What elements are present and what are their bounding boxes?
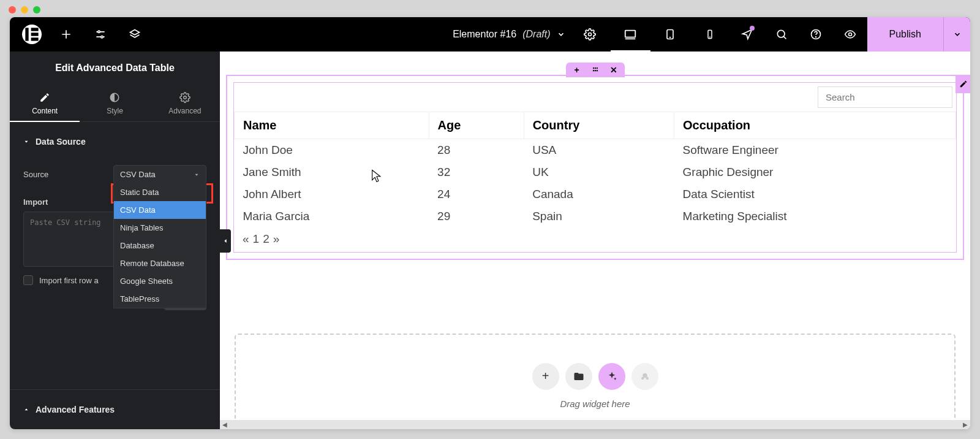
svg-rect-12 bbox=[625, 31, 636, 37]
data-source-title: Data Source bbox=[36, 137, 86, 147]
source-select-value: CSV Data bbox=[120, 170, 156, 179]
caret-down-icon bbox=[23, 139, 29, 145]
settings-sliders-button[interactable] bbox=[83, 17, 118, 52]
svg-line-19 bbox=[783, 36, 786, 39]
data-source-section: Data Source Source CSV Data Static DataC… bbox=[10, 122, 220, 320]
source-option[interactable]: Database bbox=[114, 237, 206, 254]
source-select[interactable]: CSV Data Static DataCSV DataNinja Tables… bbox=[113, 165, 206, 184]
window-minimize-dot[interactable] bbox=[21, 6, 28, 13]
tab-advanced-label: Advanced bbox=[168, 107, 201, 115]
table-cell: Jane Smith bbox=[235, 161, 429, 183]
table-body: John Doe28USASoftware EngineerJane Smith… bbox=[235, 139, 956, 228]
search-button[interactable] bbox=[764, 17, 799, 52]
collapse-sidebar-handle[interactable] bbox=[220, 229, 231, 253]
tab-advanced[interactable]: Advanced bbox=[150, 85, 220, 121]
table-header-cell: Occupation bbox=[674, 112, 956, 139]
tab-style-label: Style bbox=[107, 107, 123, 115]
table-cell: Data Scientist bbox=[674, 183, 956, 205]
table-row: John Albert24CanadaData Scientist bbox=[235, 183, 956, 205]
notifications-button[interactable] bbox=[730, 17, 764, 52]
tab-style[interactable]: Style bbox=[80, 85, 149, 121]
window-zoom-dot[interactable] bbox=[33, 6, 40, 13]
svg-point-36 bbox=[641, 376, 644, 380]
device-mobile-button[interactable] bbox=[690, 17, 730, 52]
notification-badge bbox=[750, 26, 755, 31]
device-tablet-button[interactable] bbox=[650, 17, 690, 52]
add-widget-button[interactable]: + bbox=[532, 363, 559, 390]
drop-area[interactable]: + Drag widget here bbox=[235, 334, 956, 429]
widget-handle-bar: + ✕ bbox=[566, 63, 625, 77]
widget-add-button[interactable]: + bbox=[572, 65, 582, 75]
pagination-prev[interactable]: « bbox=[243, 232, 249, 245]
scrollbar-track[interactable] bbox=[230, 420, 960, 429]
publish-button[interactable]: Publish bbox=[867, 17, 943, 52]
pagination-page[interactable]: 1 bbox=[253, 232, 260, 245]
table-widget[interactable]: NameAgeCountryOccupation John Doe28USASo… bbox=[226, 75, 964, 260]
table-header-cell: Name bbox=[235, 112, 429, 139]
topbar: Elementor #16 (Draft) bbox=[10, 17, 970, 52]
table-header-cell: Age bbox=[429, 112, 524, 139]
svg-point-34 bbox=[596, 70, 597, 71]
table-cell: Software Engineer bbox=[674, 139, 956, 162]
svg-point-7 bbox=[98, 31, 100, 32]
chevron-down-icon bbox=[557, 30, 565, 39]
data-source-header[interactable]: Data Source bbox=[23, 132, 206, 151]
source-option[interactable]: Ninja Tables bbox=[114, 219, 206, 237]
source-option[interactable]: TablePress bbox=[114, 290, 206, 308]
table-cell: Marketing Specialist bbox=[674, 205, 956, 227]
svg-point-9 bbox=[101, 36, 103, 38]
table-row: John Doe28USASoftware Engineer bbox=[235, 139, 956, 162]
panel-title: Edit Advanced Data Table bbox=[10, 52, 220, 85]
widget-close-button[interactable]: ✕ bbox=[609, 65, 619, 75]
import-label: Import bbox=[23, 197, 48, 207]
page-settings-button[interactable] bbox=[575, 17, 605, 52]
svg-rect-1 bbox=[31, 28, 39, 31]
pagination-next[interactable]: » bbox=[273, 232, 280, 245]
table-pagination: «12» bbox=[234, 227, 956, 252]
window-close-dot[interactable] bbox=[9, 6, 16, 13]
table-toolbar bbox=[234, 83, 956, 112]
table-cell: USA bbox=[524, 139, 674, 162]
elementor-logo[interactable] bbox=[22, 25, 42, 44]
widget-edit-button[interactable] bbox=[956, 75, 970, 93]
canvas[interactable]: + ✕ NameAgeCountryOccupation John Doe28U… bbox=[220, 52, 970, 429]
source-option[interactable]: CSV Data bbox=[114, 201, 206, 219]
tab-content[interactable]: Content bbox=[10, 85, 80, 121]
preview-button[interactable] bbox=[833, 17, 867, 52]
ai-button[interactable] bbox=[598, 363, 625, 390]
help-button[interactable] bbox=[799, 17, 833, 52]
panel-tabs: Content Style Advanced bbox=[10, 85, 220, 122]
drop-area-buttons: + bbox=[532, 363, 658, 390]
svg-marker-26 bbox=[195, 174, 198, 175]
scroll-left-arrow[interactable]: ◀ bbox=[220, 420, 230, 429]
drop-area-text: Drag widget here bbox=[560, 399, 630, 409]
source-option[interactable]: Static Data bbox=[114, 183, 206, 201]
widget-drag-handle[interactable] bbox=[590, 65, 600, 75]
advanced-features-title: Advanced Features bbox=[36, 405, 115, 414]
pagination-page[interactable]: 2 bbox=[263, 232, 270, 245]
document-title-section[interactable]: Elementor #16 (Draft) bbox=[443, 17, 575, 52]
source-dropdown: Static DataCSV DataNinja TablesDatabaseR… bbox=[113, 183, 206, 308]
table-search-input[interactable] bbox=[818, 86, 952, 108]
layers-button[interactable] bbox=[118, 17, 152, 52]
topbar-center: Elementor #16 (Draft) bbox=[152, 17, 730, 52]
device-desktop-button[interactable] bbox=[611, 17, 650, 52]
svg-point-22 bbox=[848, 33, 851, 36]
horizontal-scrollbar[interactable]: ◀ ▶ bbox=[220, 420, 970, 429]
source-label: Source bbox=[23, 170, 48, 179]
svg-point-15 bbox=[670, 37, 671, 38]
chevron-down-icon bbox=[194, 172, 200, 178]
app-body: Edit Advanced Data Table Content Style A… bbox=[10, 52, 970, 429]
svg-rect-0 bbox=[25, 28, 28, 40]
advanced-features-header[interactable]: Advanced Features bbox=[23, 400, 206, 419]
add-element-button[interactable] bbox=[49, 17, 83, 52]
scroll-right-arrow[interactable]: ▶ bbox=[960, 420, 970, 429]
import-first-row-checkbox[interactable] bbox=[23, 275, 33, 285]
source-option[interactable]: Google Sheets bbox=[114, 272, 206, 290]
publish-dropdown-button[interactable] bbox=[943, 17, 970, 52]
svg-marker-10 bbox=[130, 30, 140, 35]
source-option[interactable]: Remote Database bbox=[114, 254, 206, 272]
misc-button[interactable] bbox=[631, 363, 658, 390]
template-folder-button[interactable] bbox=[565, 363, 592, 390]
table-cell: Canada bbox=[524, 183, 674, 205]
